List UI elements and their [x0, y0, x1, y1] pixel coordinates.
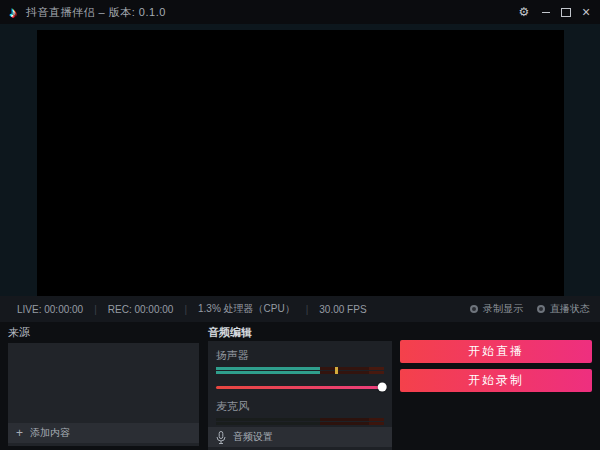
- audio-settings-label: 音频设置: [233, 430, 273, 444]
- speaker-meter-right-channel: [216, 371, 384, 374]
- mic-meter-left-channel: [216, 418, 384, 421]
- record-status-indicator: 录制显示: [470, 302, 523, 316]
- audio-panel-title: 音频编辑: [208, 325, 392, 339]
- window-title: 抖音直播伴侣 – 版本: 0.1.0: [26, 5, 166, 20]
- audio-panel: 音频编辑 扬声器 麦克风: [208, 325, 392, 446]
- start-live-button[interactable]: 开始直播: [400, 340, 592, 363]
- live-timer: LIVE: 00:00:00: [17, 304, 83, 315]
- start-record-button[interactable]: 开始录制: [400, 369, 592, 392]
- title-bar: ♪ 抖音直播伴侣 – 版本: 0.1.0 ⚙ ×: [0, 0, 600, 24]
- mic-label: 麦克风: [216, 399, 384, 414]
- speaker-volume-slider[interactable]: [216, 381, 384, 393]
- window-controls: ⚙ ×: [514, 0, 600, 24]
- maximize-icon: [561, 8, 571, 17]
- maximize-button[interactable]: [556, 0, 576, 24]
- status-bar: LIVE: 00:00:00 | REC: 00:00:00 | 1.3% 处理…: [0, 296, 600, 322]
- close-button[interactable]: ×: [576, 0, 596, 24]
- divider: |: [184, 304, 187, 315]
- fps-counter: 30.00 FPS: [319, 304, 366, 315]
- add-source-button[interactable]: + 添加内容: [8, 423, 199, 443]
- app-window: ♪ 抖音直播伴侣 – 版本: 0.1.0 ⚙ × LIVE: 00:00:00 …: [0, 0, 600, 450]
- record-status-dot-icon: [470, 305, 478, 313]
- rec-timer: REC: 00:00:00: [108, 304, 174, 315]
- video-preview-canvas[interactable]: [37, 30, 564, 296]
- live-status-label: 直播状态: [550, 302, 590, 316]
- live-status-dot-icon: [537, 305, 545, 313]
- control-panels: 来源 + 添加内容 音频编辑 扬声器: [0, 322, 600, 450]
- audio-panel-body: 扬声器 麦克风: [208, 341, 392, 450]
- douyin-logo-icon: ♪: [0, 0, 26, 24]
- sources-list[interactable]: + 添加内容: [8, 343, 199, 446]
- live-status-indicator: 直播状态: [537, 302, 590, 316]
- mic-meter-right-channel: [216, 422, 384, 425]
- record-status-label: 录制显示: [483, 302, 523, 316]
- add-source-label: 添加内容: [30, 426, 70, 440]
- minimize-icon: [542, 12, 550, 13]
- speaker-slider-track: [216, 386, 382, 389]
- preview-stage: [0, 24, 600, 296]
- speaker-label: 扬声器: [216, 348, 384, 363]
- audio-settings-button[interactable]: 音频设置: [208, 427, 392, 447]
- microphone-icon: [216, 431, 226, 444]
- minimize-button[interactable]: [536, 0, 556, 24]
- divider: |: [306, 304, 309, 315]
- speaker-meter-left-channel: [216, 367, 384, 370]
- action-buttons: 开始直播 开始录制: [400, 325, 592, 398]
- divider: |: [94, 304, 97, 315]
- plus-icon: +: [16, 426, 23, 440]
- status-metrics: LIVE: 00:00:00 | REC: 00:00:00 | 1.3% 处理…: [0, 302, 367, 316]
- speaker-peak-marker: [335, 367, 338, 374]
- speaker-slider-knob[interactable]: [378, 383, 387, 392]
- settings-gear-icon[interactable]: ⚙: [514, 0, 534, 24]
- status-indicators: 录制显示 直播状态: [470, 302, 600, 316]
- speaker-level-meter: [216, 367, 384, 375]
- cpu-usage: 1.3% 处理器（CPU）: [198, 302, 295, 316]
- mic-level-meter: [216, 418, 384, 426]
- sources-panel-title: 来源: [8, 325, 199, 341]
- sources-panel: 来源 + 添加内容: [8, 325, 199, 446]
